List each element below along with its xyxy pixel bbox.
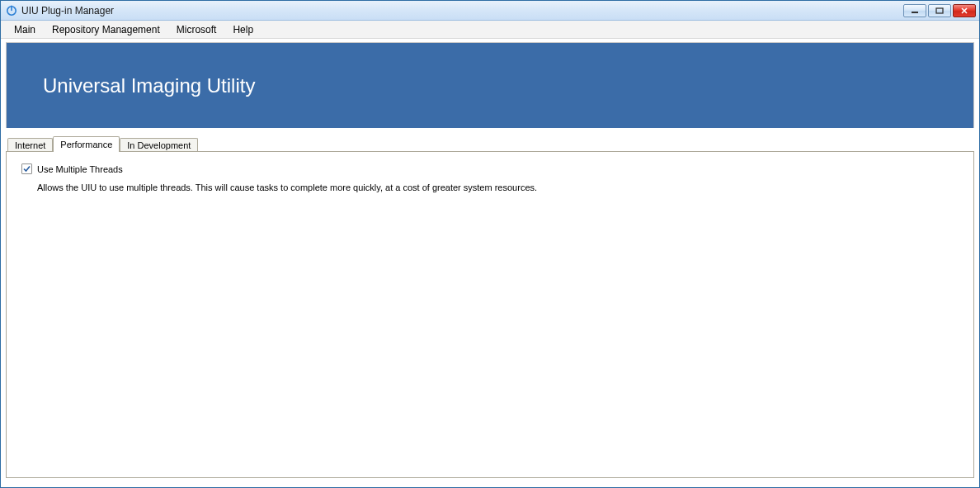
menu-help[interactable]: Help xyxy=(224,21,261,38)
app-power-icon xyxy=(6,5,17,17)
close-icon xyxy=(960,7,968,14)
app-window: UIU Plug-in Manager xyxy=(0,0,980,488)
svg-rect-2 xyxy=(912,12,918,13)
description-use-multiple-threads: Allows the UIU to use multiple threads. … xyxy=(37,182,959,192)
menu-bar: Main Repository Management Microsoft Hel… xyxy=(1,21,979,39)
maximize-button[interactable] xyxy=(928,4,951,17)
close-button[interactable] xyxy=(953,4,976,17)
window-title: UIU Plug-in Manager xyxy=(21,5,903,17)
minimize-button[interactable] xyxy=(903,4,926,17)
menu-microsoft[interactable]: Microsoft xyxy=(168,21,225,38)
tab-in-development[interactable]: In Development xyxy=(120,138,198,152)
checkmark-icon xyxy=(22,164,31,173)
body-area: Universal Imaging Utility Internet Perfo… xyxy=(1,39,979,487)
svg-rect-3 xyxy=(936,8,943,13)
tab-performance[interactable]: Performance xyxy=(53,136,120,152)
banner-title: Universal Imaging Utility xyxy=(43,74,255,97)
checkbox-row-use-multiple-threads: Use Multiple Threads xyxy=(21,163,959,174)
tab-internet[interactable]: Internet xyxy=(7,138,53,152)
window-controls xyxy=(903,4,976,17)
title-bar: UIU Plug-in Manager xyxy=(1,1,979,21)
tab-strip: Internet Performance In Development xyxy=(6,135,974,151)
banner: Universal Imaging Utility xyxy=(6,42,974,128)
tab-panel-performance: Use Multiple Threads Allows the UIU to u… xyxy=(6,151,974,478)
menu-main[interactable]: Main xyxy=(6,21,44,38)
checkbox-label-use-multiple-threads[interactable]: Use Multiple Threads xyxy=(37,164,123,174)
menu-repository-management[interactable]: Repository Management xyxy=(44,21,168,38)
minimize-icon xyxy=(911,7,919,14)
maximize-icon xyxy=(935,7,944,14)
checkbox-use-multiple-threads[interactable] xyxy=(21,163,32,174)
